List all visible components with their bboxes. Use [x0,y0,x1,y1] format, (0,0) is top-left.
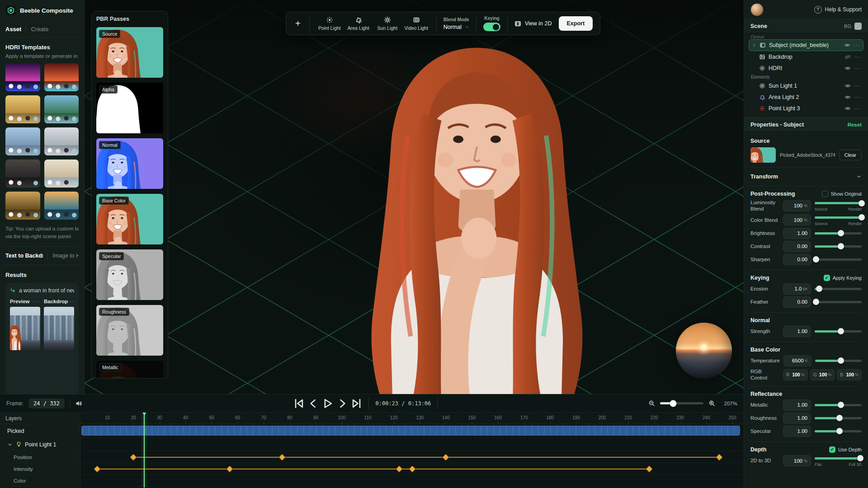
value-input[interactable]: 1.00 [783,326,811,337]
expand-icon[interactable] [751,106,756,111]
more-options-icon[interactable]: ··· [854,106,861,111]
subject-image[interactable] [337,23,617,394]
pbr-pass-specular[interactable]: Specular [96,249,163,300]
frame-counter[interactable]: 24 / 332 [28,399,65,408]
hdri-template-blue-sky-studio[interactable] [5,127,40,155]
avatar[interactable] [750,3,764,16]
value-input[interactable]: 100% [783,214,811,225]
slider[interactable] [815,230,862,237]
timeline-ruler[interactable]: 1020304050607080901001101201301401501601… [80,413,744,424]
slider[interactable] [815,415,862,422]
audio-icon[interactable] [75,400,82,407]
checkbox-icon[interactable]: ✓ [824,275,830,281]
slider-knob[interactable] [859,200,865,206]
slider[interactable] [815,256,862,263]
pbr-pass-roughness[interactable]: Roughness [96,305,163,356]
value-input[interactable]: 0.00 [783,254,811,265]
zoom-out-icon[interactable] [648,400,655,407]
play-button[interactable] [321,398,334,409]
expand-icon[interactable] [751,95,756,99]
keyframe[interactable] [226,465,234,473]
slider[interactable] [815,328,862,335]
tool-sun-light[interactable]: Sun Light [374,16,401,31]
slider[interactable] [815,299,862,305]
value-input[interactable]: 1.0px [783,283,811,295]
result-card-backdrop[interactable]: Backdrop ··· [44,299,74,350]
rgb-input-r[interactable]: R100% [783,369,808,380]
checkbox-show-original[interactable]: ✓Show Original [822,191,862,197]
value-input[interactable]: 100% [783,455,811,466]
slider[interactable] [815,357,862,364]
more-options-icon[interactable]: ··· [854,66,861,71]
slider-knob[interactable] [838,402,844,408]
more-options-icon[interactable]: ··· [68,299,75,304]
hdri-template-jungle-pool[interactable] [44,95,79,123]
layer-intensity[interactable]: Intensity [0,463,80,475]
scene-item-hdri[interactable]: HDRI ··· [749,63,863,74]
more-options-icon[interactable]: ··· [854,83,861,89]
value-input[interactable]: 100% [783,200,811,211]
value-input[interactable]: 0.00 [783,241,811,252]
slider-knob[interactable] [813,299,819,305]
tool-area-light[interactable]: Area Light [345,16,372,31]
slider-knob[interactable] [857,455,863,461]
hdri-template-bright-interior[interactable] [44,160,79,188]
checkbox-apply-keying[interactable]: ✓Apply Keying [824,275,862,281]
keyframe[interactable] [716,454,723,461]
keyframe[interactable] [646,465,653,473]
hdri-template-neon-lights[interactable] [5,63,40,91]
step-back-button[interactable] [307,398,320,409]
hdri-template-desert-buildings[interactable] [5,95,40,123]
keyframe[interactable] [443,454,450,461]
layer-picked[interactable]: Picked [0,424,80,438]
checkbox-use-depth[interactable]: ✓Use Depth [829,446,862,453]
value-input[interactable]: 6500K [783,355,811,366]
zoom-in-icon[interactable] [708,400,715,407]
skip-start-button[interactable] [292,398,305,409]
value-input[interactable]: 1.00 [783,399,811,411]
more-options-icon[interactable]: ··· [34,299,41,304]
bg-control[interactable]: BG [844,23,862,30]
value-input[interactable]: 1.00 [783,228,811,239]
keyframe[interactable] [130,454,137,461]
tool-point-light[interactable]: Point Light [316,16,343,31]
tool-video-light[interactable]: Video Light [403,16,429,31]
hdri-template-white-studio[interactable] [44,127,79,155]
keying-toggle[interactable] [483,23,500,31]
slider-knob[interactable] [838,243,844,249]
slider[interactable] [815,428,862,435]
eye-icon[interactable] [844,94,851,100]
pbr-pass-alpha[interactable]: Alpha [96,83,163,133]
sidebar-tab-asset[interactable]: Asset [5,26,21,33]
slider-knob[interactable] [838,230,844,236]
transform-section-toggle[interactable]: Transform [750,172,862,181]
keyframe[interactable] [396,465,403,473]
slider[interactable] [815,243,862,250]
hdri-template-dark-panorama[interactable] [5,160,40,188]
layer-position[interactable]: Position [0,451,80,463]
value-input[interactable]: 1.00 [783,413,811,424]
slider[interactable] [815,402,862,408]
rgb-input-g[interactable]: G100% [810,369,835,380]
viewport[interactable] [85,0,744,394]
pbr-pass-normal[interactable]: Normal [96,138,163,189]
scene-item-sun[interactable]: Sun Light 1 ··· [749,80,863,91]
more-options-icon[interactable]: ··· [854,42,860,48]
reset-button[interactable]: Reset [848,122,862,127]
slider[interactable]: SourceRender [815,214,862,226]
result-thumbnail[interactable] [10,307,40,350]
expand-icon[interactable] [751,55,756,59]
value-input[interactable]: 1.00 [783,426,811,437]
slider-knob[interactable] [836,415,843,421]
hdri-template-ocean-sunset[interactable] [44,192,79,220]
more-options-icon[interactable]: ··· [854,94,861,100]
pbr-pass-metallic[interactable]: Metallic [96,361,163,379]
layer-color[interactable]: Color [0,475,80,487]
keyframe[interactable] [94,465,101,473]
export-button[interactable]: Export [559,16,593,31]
layer-point-light-1[interactable]: Point Light 1 [0,438,80,451]
sidebar-tab-create[interactable]: Create [31,26,48,33]
blend-mode-select[interactable]: Normal [443,24,469,30]
timeline-zoom-slider[interactable] [660,402,703,404]
step-forward-button[interactable] [336,398,349,409]
